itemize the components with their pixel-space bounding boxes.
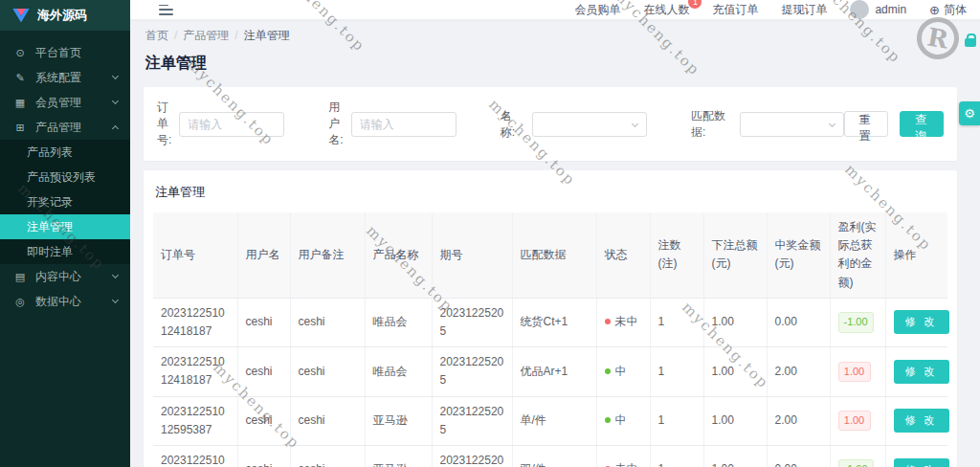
chevron-down-icon [112,297,119,303]
cell-order-no: 202312251012595387 [153,445,237,467]
cell-username: ceshi [237,347,290,396]
cell-username: ceshi [237,298,290,346]
username-input[interactable] [351,112,457,137]
cell-bets: 1 [650,347,703,396]
cell-product: 唯品会 [365,298,432,346]
edit-button[interactable]: 修 改 [894,360,949,384]
home-icon: ⊙ [13,47,27,59]
cell-actions: 修 改 [885,396,947,445]
table-row: 202312251012418187 ceshi ceshi 唯品会 20231… [153,347,947,396]
sidebar-item-system-config[interactable]: ✎ 系统配置 [0,65,130,90]
language-label: 简体 [944,2,967,18]
breadcrumb-separator: / [174,29,177,42]
grid-icon: ▦ [13,97,27,109]
cell-bets: 1 [650,396,703,445]
sidebar-item-label: 会员管理 [35,95,81,111]
breadcrumb-home[interactable]: 首页 [145,29,168,42]
sidebar-item-label: 注单管理 [27,219,73,235]
topbar-link-member-orders[interactable]: 会员购单 [574,2,620,18]
cell-product: 亚马逊 [365,396,432,445]
filter-name-group: 名称: [501,108,647,141]
edit-button[interactable]: 修 改 [894,458,949,467]
cell-username: ceshi [237,396,290,445]
cell-remark: ceshi [290,298,365,346]
cell-status: 未中 [596,298,650,346]
sidebar-item-product-list[interactable]: 产品列表 [0,140,130,165]
breadcrumb-current: 注单管理 [244,29,290,42]
cell-status: 中 [596,396,650,445]
edit-button[interactable]: 修 改 [894,409,949,433]
table-row: 202312251012595387 ceshi ceshi 亚马逊 20231… [153,396,947,445]
chevron-down-icon [112,98,119,104]
sidebar-item-label: 产品管理 [35,120,81,136]
cell-total: 1.00 [703,347,767,396]
status-text: 未中 [615,462,638,467]
cell-profit: -1.00 [830,445,885,467]
col-profit: 盈利(实际总获利的金额) [830,212,885,298]
sidebar-item-content-center[interactable]: ▤ 内容中心 [0,264,130,289]
cell-status: 中 [596,347,650,396]
cell-issue: 20231225205 [432,396,512,445]
sidebar-item-product-preset-list[interactable]: 产品预设列表 [0,165,130,189]
collapse-menu-icon[interactable] [159,5,173,15]
settings-panel-button[interactable]: ⚙ [959,101,980,125]
sidebar-item-label: 平台首页 [35,45,81,61]
order-no-input[interactable] [179,112,284,137]
cell-win: 2.00 [767,396,830,445]
cell-total: 1.00 [703,396,767,445]
edit-icon: ✎ [13,72,27,84]
status-text: 未中 [615,315,638,328]
edit-button[interactable]: 修 改 [894,310,949,334]
avatar [850,0,869,19]
match-data-select[interactable] [740,112,844,137]
topbar-link-withdraw-orders[interactable]: 提现订单 [781,2,827,18]
filter-buttons: 重置 查询 [844,111,944,137]
breadcrumb-section[interactable]: 产品管理 [183,29,229,42]
online-count-badge: 1 [688,0,702,9]
bet-table: 订单号 用户名 用户备注 产品名称 期号 匹配数据 状态 注数(注) 下注总额(… [153,212,947,467]
status-text: 中 [615,365,627,378]
sidebar-item-bet-management[interactable]: 注单管理 [0,214,130,239]
cell-issue: 20231225205 [432,347,512,396]
col-match: 匹配数据 [512,212,596,298]
cell-actions: 修 改 [885,445,947,467]
match-data-label: 匹配数据: [691,108,732,141]
cell-remark: ceshi [290,396,365,445]
apps-icon: ⊞ [13,122,27,134]
filter-match-group: 匹配数据: [691,108,844,141]
sidebar-item-realtime-bets[interactable]: 即时注单 [0,239,130,264]
sidebar-item-label: 即时注单 [27,244,73,260]
profit-tag: 1.00 [838,362,871,383]
username: admin [875,3,906,16]
col-product: 产品名称 [365,212,432,298]
status-dot [605,319,611,324]
sidebar-item-lottery-records[interactable]: 开奖记录 [0,189,130,214]
sidebar-item-platform-home[interactable]: ⊙ 平台首页 [0,40,130,65]
sidebar-item-member-management[interactable]: ▦ 会员管理 [0,90,130,115]
table-header-row: 订单号 用户名 用户备注 产品名称 期号 匹配数据 状态 注数(注) 下注总额(… [153,212,947,298]
name-select[interactable] [532,112,647,137]
topbar-link-recharge-orders[interactable]: 充值订单 [712,2,758,18]
col-order-no: 订单号 [153,212,237,298]
table-section-title: 注单管理 [155,184,947,201]
cell-order-no: 202312251012418187 [153,347,237,396]
sidebar-item-label: 内容中心 [35,269,81,285]
sidebar-menu: ⊙ 平台首页 ✎ 系统配置 ▦ 会员管理 ⊞ 产品管理 产品列表 [0,31,130,314]
reset-button[interactable]: 重置 [844,111,888,137]
col-win: 中奖金额(元) [767,212,830,298]
filter-username-group: 用户名: [328,100,456,148]
topbar: 会员购单 在线人数 1 充值订单 提现订单 admin ⊕ 简体 [130,0,980,19]
profit-tag: -1.00 [838,312,874,333]
sidebar-item-data-center[interactable]: ◎ 数据中心 [0,289,130,314]
search-button[interactable]: 查询 [900,111,944,137]
cell-total: 1.00 [703,298,767,346]
sidebar: 海外源码 ⊙ 平台首页 ✎ 系统配置 ▦ 会员管理 ⊞ 产品管理 [0,0,130,467]
app-window: 海外源码 ⊙ 平台首页 ✎ 系统配置 ▦ 会员管理 ⊞ 产品管理 [0,0,980,467]
user-menu[interactable]: admin [850,0,906,19]
sidebar-submenu-product: 产品列表 产品预设列表 开奖记录 注单管理 即时注单 [0,140,130,264]
sidebar-item-product-management[interactable]: ⊞ 产品管理 [0,115,130,140]
cell-order-no: 202312251012418187 [153,298,237,346]
language-switcher[interactable]: ⊕ 简体 [929,2,967,18]
col-issue: 期号 [432,212,512,298]
topbar-link-online-users[interactable]: 在线人数 1 [643,2,689,18]
